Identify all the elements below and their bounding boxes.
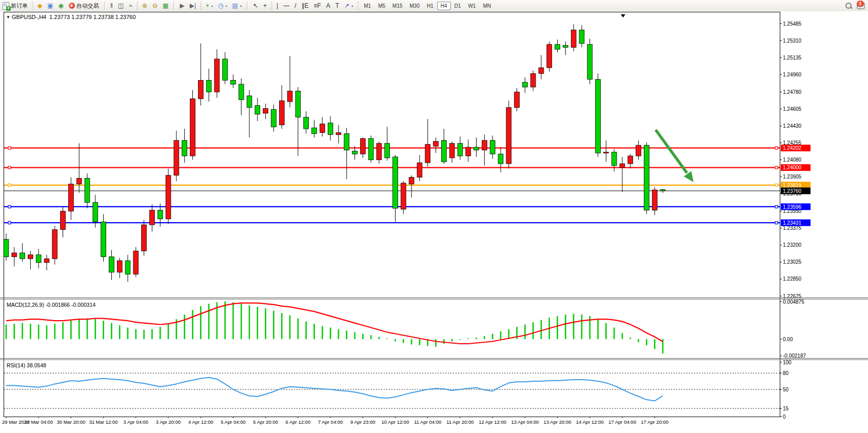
chart-shift-button[interactable]: ▶|	[187, 1, 199, 10]
indicators-button[interactable]: +▾	[203, 1, 215, 10]
svg-text:3 Apr 04:00: 3 Apr 04:00	[124, 419, 149, 425]
symbol-ohlc-values: 1.23773 1.23779 1.23738 1.23760	[49, 14, 135, 20]
candle	[466, 147, 471, 156]
svg-text:80: 80	[783, 370, 789, 376]
svg-text:1.25485: 1.25485	[783, 21, 802, 27]
svg-text:50: 50	[783, 387, 789, 392]
timeframe-M5-button[interactable]: M5	[374, 2, 389, 10]
metaeditor-button[interactable]: ◆	[35, 1, 45, 10]
candle	[425, 144, 430, 163]
toolbar-separator	[136, 2, 138, 10]
periods-button[interactable]: ◷▾	[215, 1, 230, 10]
candle	[441, 141, 446, 162]
candle	[579, 30, 584, 43]
clock-icon: ◷	[218, 3, 223, 9]
candle	[433, 142, 439, 146]
svg-text:1.24780: 1.24780	[783, 89, 802, 95]
autotrading-button-label: 自动交易	[76, 2, 99, 10]
hline-button[interactable]: —	[281, 1, 292, 10]
auto-scroll-button[interactable]: ▶	[177, 1, 187, 10]
svg-text:1.24430: 1.24430	[783, 123, 802, 129]
svg-text:1.25135: 1.25135	[783, 55, 802, 61]
candle	[109, 257, 114, 272]
svg-text:0.00: 0.00	[783, 337, 793, 342]
autotrading-button[interactable]: 自动交易	[66, 1, 102, 11]
candle	[190, 99, 195, 155]
timeframe-H1-button[interactable]: H1	[423, 2, 437, 10]
channel-button[interactable]: ∥E	[299, 1, 311, 10]
toolbar-separator	[271, 2, 272, 10]
bar-chart-button[interactable]: ‖	[108, 1, 115, 10]
toolbar-separator	[247, 2, 248, 10]
svg-text:11 Apr 20:00: 11 Apr 20:00	[446, 419, 474, 425]
vline-button[interactable]: |	[274, 1, 281, 10]
chart-shift-icon: ▶|	[190, 3, 196, 9]
timeframe-M15-button[interactable]: M15	[389, 2, 406, 10]
search-icon[interactable]	[845, 3, 852, 9]
rsi-value: 38.0548	[27, 362, 46, 368]
svg-text:9 Apr 23:00: 9 Apr 23:00	[350, 419, 376, 425]
notification-badge[interactable]: 1	[857, 1, 864, 7]
candle	[458, 143, 463, 156]
candlestick-button[interactable]: ◫	[115, 1, 126, 10]
signals-button[interactable]: ◉	[56, 1, 66, 10]
line-chart-button[interactable]: ≈	[126, 1, 135, 10]
candle	[352, 151, 358, 154]
candle	[157, 210, 163, 219]
cursor-button[interactable]: ↖	[250, 1, 261, 10]
macd-axis: 0.0048750.00-0.002187	[780, 299, 806, 359]
svg-text:1.23596: 1.23596	[783, 204, 802, 210]
timeframe-MN-button[interactable]: MN	[479, 2, 495, 10]
price-axis: 1.254851.253101.251351.249601.247801.246…	[780, 21, 802, 299]
candle	[547, 45, 552, 68]
timeframe-W1-button[interactable]: W1	[464, 2, 479, 10]
label-icon: T	[336, 3, 339, 9]
timeframe-H4-button[interactable]: H4	[437, 2, 451, 10]
crosshair-button[interactable]: +	[261, 1, 269, 10]
candle	[506, 107, 511, 164]
dropdown-caret-icon: ▾	[211, 4, 213, 8]
svg-text:1.23819: 1.23819	[783, 183, 802, 188]
symbol-header[interactable]: ▼ GBPUSD-,H4 1.23773 1.23779 1.23738 1.2…	[6, 14, 136, 20]
label-button[interactable]: T	[333, 1, 342, 10]
candle	[125, 261, 130, 274]
crosshair-icon: +	[263, 3, 267, 9]
tile-windows-icon: ▦	[163, 3, 168, 9]
candlestick-icon: ◫	[118, 3, 124, 9]
price-chart-canvas[interactable]: 1.254851.253101.251351.249601.247801.246…	[0, 11, 868, 433]
trendline-button[interactable]: /	[292, 1, 299, 10]
timeframe-D1-button[interactable]: D1	[451, 2, 465, 10]
timeframe-M1-button[interactable]: M1	[360, 2, 374, 10]
candle	[515, 92, 520, 107]
timeframe-M30-button[interactable]: M30	[406, 2, 423, 10]
candle	[52, 230, 57, 259]
fibonacci-button[interactable]: ≡F	[311, 1, 323, 10]
candle	[628, 156, 633, 164]
candle	[133, 251, 139, 274]
candle	[304, 117, 309, 129]
rsi-axis: 1008050150	[780, 360, 792, 420]
new-order-button[interactable]: 新订单	[0, 1, 30, 11]
zoom-out-button[interactable]: ⊖	[150, 1, 160, 10]
svg-text:17 Apr 04:00: 17 Apr 04:00	[608, 419, 636, 425]
candle	[263, 108, 268, 113]
templates-button[interactable]: ▤▾	[230, 1, 244, 10]
toolbar-separator	[173, 2, 175, 10]
svg-text:13 Apr 20:00: 13 Apr 20:00	[544, 419, 571, 425]
blue-avatar-icon: ▣	[47, 3, 53, 9]
svg-text:12 Apr 12:00: 12 Apr 12:00	[479, 419, 506, 425]
tile-windows-button[interactable]: ▦	[160, 1, 171, 10]
svg-text:5 Apr 04:00: 5 Apr 04:00	[221, 419, 246, 425]
svg-text:7 Apr 04:00: 7 Apr 04:00	[318, 419, 343, 425]
zoom-in-button[interactable]: ⊕	[140, 1, 150, 10]
candle	[652, 190, 657, 210]
chart-window: 1.254851.253101.251351.249601.247801.246…	[0, 11, 868, 433]
svg-text:10 Apr 12:00: 10 Apr 12:00	[382, 419, 409, 425]
candle	[385, 143, 390, 158]
shapes-button[interactable]: ↗▾	[342, 1, 356, 10]
candle	[287, 91, 292, 102]
candle	[611, 152, 617, 165]
svg-text:1.24202: 1.24202	[783, 145, 802, 151]
community-button[interactable]: ▣	[45, 1, 55, 10]
text-button[interactable]: A	[324, 1, 333, 10]
